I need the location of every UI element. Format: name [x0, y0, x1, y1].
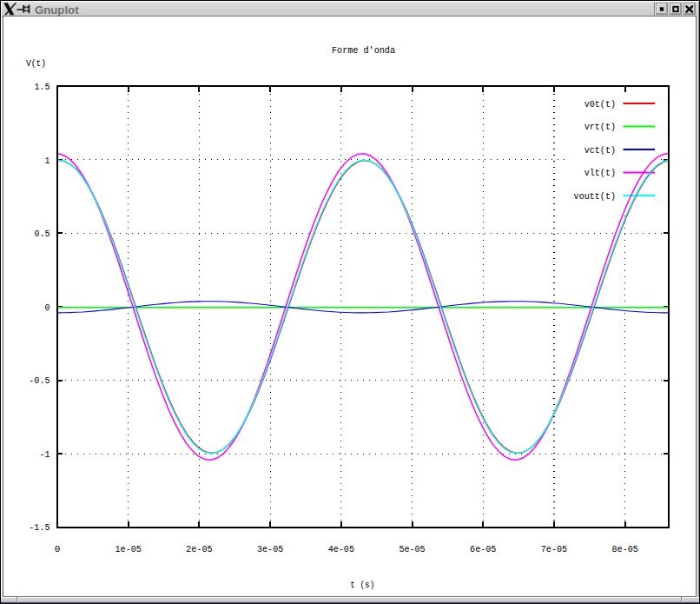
svg-text:vct(t): vct(t): [584, 145, 616, 156]
svg-text:V(t): V(t): [26, 58, 46, 69]
svg-text:-1: -1: [39, 449, 50, 460]
svg-text:-0.5: -0.5: [29, 375, 50, 386]
svg-text:0: 0: [45, 302, 50, 313]
svg-text:Forme d'onda: Forme d'onda: [332, 45, 395, 56]
svg-text:-1.5: -1.5: [29, 522, 50, 533]
svg-text:1: 1: [45, 156, 50, 166]
svg-text:0.5: 0.5: [34, 229, 50, 239]
svg-text:vlt(t): vlt(t): [584, 168, 616, 178]
svg-text:1e-05: 1e-05: [116, 544, 142, 554]
svg-text:1.5: 1.5: [34, 82, 50, 92]
svg-text:3e-05: 3e-05: [257, 544, 283, 554]
svg-text:5e-05: 5e-05: [399, 544, 425, 554]
svg-text:voutt(t): voutt(t): [574, 191, 616, 202]
svg-text:4e-05: 4e-05: [328, 544, 354, 554]
svg-text:0: 0: [55, 544, 61, 554]
svg-text:7e-05: 7e-05: [541, 544, 567, 554]
svg-text:Gnuplot: Gnuplot: [35, 3, 79, 17]
svg-text:v0t(t): v0t(t): [584, 99, 616, 110]
svg-text:2e-05: 2e-05: [186, 544, 212, 554]
svg-text:t (s): t (s): [350, 580, 374, 590]
svg-text:vrt(t): vrt(t): [584, 122, 616, 132]
svg-text:6e-05: 6e-05: [470, 544, 496, 554]
svg-text:8e-05: 8e-05: [612, 544, 638, 554]
